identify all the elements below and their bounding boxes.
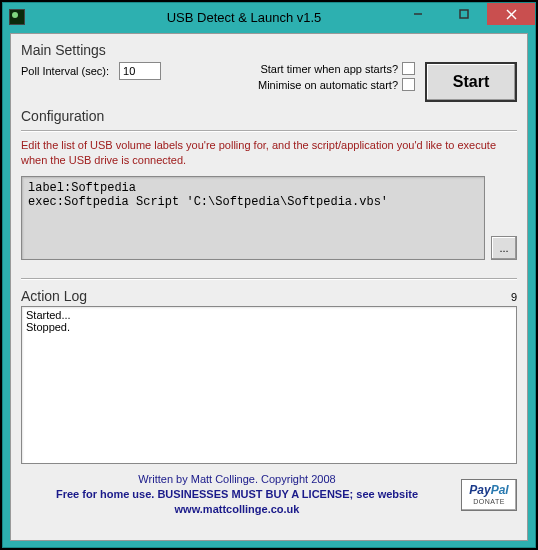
close-icon (506, 9, 517, 20)
window-title: USB Detect & Launch v1.5 (33, 10, 455, 25)
titlebar[interactable]: USB Detect & Launch v1.5 (3, 3, 535, 31)
browse-button[interactable]: ... (491, 236, 517, 260)
settings-row: Poll Interval (sec): Start timer when ap… (21, 62, 517, 102)
paypal-donate-button[interactable]: PayPal DONATE (461, 479, 517, 511)
configuration-heading: Configuration (21, 108, 517, 124)
footer: Written by Matt Collinge. Copyright 2008… (21, 472, 517, 518)
minimize-button[interactable] (395, 3, 441, 25)
poll-interval-label: Poll Interval (sec): (21, 65, 109, 77)
footer-text: Written by Matt Collinge. Copyright 2008… (21, 472, 453, 518)
start-button[interactable]: Start (425, 62, 517, 102)
configuration-hint: Edit the list of USB volume labels you'r… (21, 138, 517, 168)
footer-line2: Free for home use. BUSINESSES MUST BUY A… (56, 488, 418, 500)
action-log-heading: Action Log (21, 288, 87, 304)
minimise-checkbox[interactable] (402, 78, 415, 91)
action-log-textbox[interactable]: Started... Stopped. (21, 306, 517, 464)
footer-line3: www.mattcollinge.co.uk (175, 503, 300, 515)
app-window: USB Detect & Launch v1.5 Main Settings P… (2, 2, 536, 548)
divider (21, 130, 517, 132)
configuration-textarea[interactable] (21, 176, 485, 260)
browse-column: ... (491, 176, 517, 260)
checkbox-group: Start timer when app starts? Minimise on… (231, 62, 415, 91)
client-area: Main Settings Poll Interval (sec): Start… (10, 33, 528, 541)
poll-interval-group: Poll Interval (sec): (21, 62, 221, 80)
configuration-row: ... (21, 176, 517, 260)
paypal-icon: PayPal (469, 484, 508, 497)
minimise-row: Minimise on automatic start? (231, 78, 415, 91)
footer-line1: Written by Matt Collinge. Copyright 2008 (138, 473, 335, 485)
start-timer-label: Start timer when app starts? (260, 63, 398, 75)
minimize-icon (413, 9, 423, 19)
action-log-count: 9 (511, 291, 517, 303)
minimise-label: Minimise on automatic start? (258, 79, 398, 91)
maximize-button[interactable] (441, 3, 487, 25)
svg-rect-1 (460, 10, 468, 18)
start-timer-row: Start timer when app starts? (231, 62, 415, 75)
action-log-header: Action Log 9 (21, 286, 517, 306)
divider (21, 278, 517, 280)
app-icon (9, 9, 25, 25)
window-controls (395, 3, 535, 25)
donate-label: DONATE (473, 498, 505, 506)
close-button[interactable] (487, 3, 535, 25)
main-settings-heading: Main Settings (21, 42, 517, 58)
start-timer-checkbox[interactable] (402, 62, 415, 75)
poll-interval-input[interactable] (119, 62, 161, 80)
maximize-icon (459, 9, 469, 19)
